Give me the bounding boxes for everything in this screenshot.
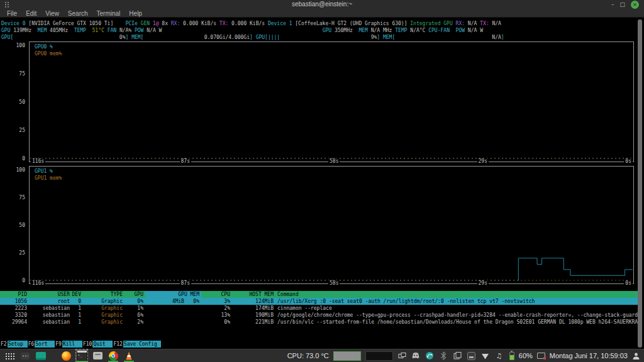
menu-item-view[interactable]: View <box>41 10 64 17</box>
function-key-bar: F2SetupF6SortF9KillF10QuitF12Save Config <box>0 341 161 348</box>
cell: 124MiB <box>232 298 275 305</box>
clock[interactable]: Montag Juni 17, 10:59:03 <box>550 352 628 359</box>
gpu1-history-graph: GPU1 %GPU1 mem%116s87s58s29s0s <box>29 166 634 284</box>
scrollbar-thumb[interactable] <box>638 19 642 348</box>
cell: 1 <box>72 305 83 312</box>
scrollbar[interactable] <box>638 19 642 348</box>
cell: 190MiB <box>232 312 275 319</box>
terminal-icon <box>77 351 87 361</box>
panel-dots-icon <box>21 353 30 359</box>
column-header[interactable]: PID <box>0 291 29 298</box>
cell: 3% <box>201 298 232 305</box>
drive-icon[interactable] <box>467 351 476 361</box>
mem-graph-widget[interactable] <box>365 351 393 361</box>
x-axis-tick: 0s <box>624 158 633 164</box>
vlc-icon <box>125 352 133 360</box>
clipboard-icon[interactable] <box>453 351 462 361</box>
process-row[interactable]: 3320sebastian1Graphic6%13%190MiB/opt/goo… <box>0 312 638 319</box>
menu-item-file[interactable]: File <box>3 10 21 17</box>
taskbar: CPU: 73.0 °C ♫ 60% Montag Juni 17, 10:59… <box>0 349 644 362</box>
column-header[interactable]: Command <box>275 291 638 298</box>
process-row[interactable]: 29964sebastian1Graphic2%0%221MiB/usr/bin… <box>0 319 638 326</box>
launcher-panel-dots[interactable] <box>19 349 31 362</box>
cell: Graphic <box>83 305 125 312</box>
x-axis-tick: 116s <box>31 158 45 164</box>
fkey-action-quit[interactable]: Quit <box>92 341 113 348</box>
taskbar-launchers <box>0 349 135 362</box>
launcher-chrome[interactable] <box>108 349 119 362</box>
launcher-menu[interactable] <box>4 349 15 362</box>
fkey-f10: F10 <box>82 341 92 348</box>
launcher-vlc[interactable] <box>123 349 135 362</box>
menu-item-help[interactable]: Help <box>125 10 147 17</box>
fkey-f12: F12 <box>113 341 123 348</box>
fkey-action-setup[interactable]: Setup <box>8 341 28 348</box>
fkey-action-save-config[interactable]: Save Config <box>123 341 161 348</box>
y-axis-tick: 25 <box>8 128 25 133</box>
column-header[interactable]: GPU MEM <box>145 291 201 298</box>
launcher-files[interactable] <box>92 349 103 362</box>
x-axis-tick: 87s <box>180 158 191 164</box>
x-axis-tick: 0s <box>624 280 633 286</box>
cell: /usr/bin/vlc --started-from-file /home/s… <box>275 319 638 326</box>
menu-item-search[interactable]: Search <box>64 10 92 17</box>
x-axis-tick: 116s <box>31 280 45 286</box>
battery-icon[interactable] <box>509 352 514 360</box>
cell: 1 <box>72 319 83 326</box>
window-buttons: – □ × <box>611 0 639 9</box>
menu-bar: FileEditViewSearchTerminalHelp <box>0 9 644 18</box>
x-axis-tick: 58s <box>328 158 340 164</box>
x-axis-tick: 29s <box>477 158 489 164</box>
syncthing-icon[interactable] <box>425 351 435 361</box>
cell: 2223 <box>0 305 29 312</box>
column-header[interactable]: GPU <box>125 291 145 298</box>
launcher-desktop[interactable] <box>35 349 47 362</box>
cell: 1% <box>125 305 145 312</box>
cpu-graph-widget[interactable] <box>333 351 361 361</box>
y-axis-tick: 75 <box>8 195 25 200</box>
fkey-action-sort[interactable]: Sort <box>35 341 55 348</box>
cell: root <box>29 298 72 305</box>
music-icon[interactable]: ♫ <box>494 351 504 361</box>
minimize-button[interactable]: – <box>611 1 614 9</box>
desktop-icon <box>36 352 46 360</box>
network-icon[interactable] <box>480 351 490 361</box>
process-row[interactable]: 1056root0Graphic0%4MiB 0%3%124MiB/usr/li… <box>0 298 638 305</box>
column-header[interactable]: USER <box>29 291 72 298</box>
fkey-action-kill[interactable]: Kill <box>62 341 82 348</box>
display-settings-icon[interactable] <box>537 353 545 359</box>
y-axis-tick: 0 <box>8 156 25 162</box>
launcher-terminal[interactable] <box>76 349 87 362</box>
user-icon[interactable] <box>632 352 640 360</box>
process-table-header: PIDUSERDEVTYPEGPUGPU MEMCPUHOST MEMComma… <box>0 291 638 298</box>
column-header[interactable]: CPU <box>201 291 232 298</box>
process-row[interactable]: 2223sebastian1Graphic1%2%174MiBcinnamon … <box>0 305 638 312</box>
desktop: sebastian@einstein:~ – □ × FileEditViewS… <box>0 0 644 362</box>
menu-item-edit[interactable]: Edit <box>21 10 41 17</box>
cell: Graphic <box>83 312 125 319</box>
window-stack-icon[interactable] <box>397 351 407 361</box>
x-axis-tick: 58s <box>328 280 340 286</box>
bluetooth-icon[interactable] <box>439 351 448 361</box>
column-header[interactable]: TYPE <box>83 291 125 298</box>
column-header[interactable]: HOST MEM <box>232 291 275 298</box>
cell: sebastian <box>29 305 72 312</box>
discord-icon[interactable] <box>411 351 421 361</box>
cell <box>145 312 201 319</box>
cell: Graphic <box>83 298 125 305</box>
maximize-button[interactable]: □ <box>619 1 625 9</box>
launcher-firefox[interactable] <box>60 349 72 362</box>
close-button[interactable]: × <box>631 1 639 9</box>
y-axis-tick: 75 <box>8 71 25 77</box>
files-icon <box>93 352 103 359</box>
cell: 2% <box>125 319 145 326</box>
cell: /usr/lib/Xorg :0 -seat seat0 -auth /run/… <box>275 298 638 305</box>
nvtop-header-line-3: GPU[ 0%] MEM[ 0.070Gi/4.000Gi] GPU[|||| … <box>1 34 504 41</box>
x-axis-tick: 87s <box>180 280 191 286</box>
window-titlebar[interactable]: sebastian@einstein:~ – □ × <box>0 0 644 9</box>
column-header[interactable]: DEV <box>72 291 83 298</box>
cell: 221MiB <box>232 319 275 326</box>
menu-item-terminal[interactable]: Terminal <box>92 10 125 17</box>
cpu-temp-label: CPU: 73.0 °C <box>287 352 329 359</box>
window-title: sebastian@einstein:~ <box>0 1 644 8</box>
